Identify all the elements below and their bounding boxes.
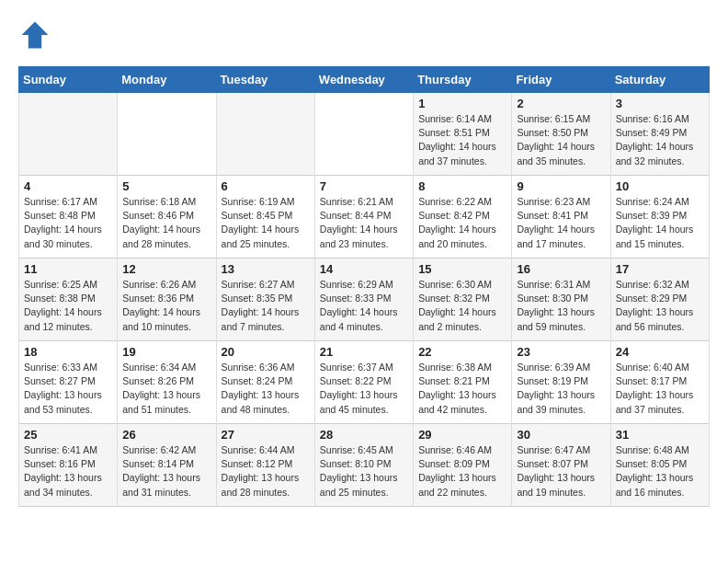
day-number: 27 <box>222 428 310 442</box>
day-number: 29 <box>418 428 506 442</box>
days-header-row: SundayMondayTuesdayWednesdayThursdayFrid… <box>19 67 710 93</box>
calendar-cell: 8Sunrise: 6:22 AM Sunset: 8:42 PM Daylig… <box>414 176 512 259</box>
calendar-cell <box>19 93 118 176</box>
calendar-cell: 25Sunrise: 6:41 AM Sunset: 8:16 PM Dayli… <box>19 424 118 507</box>
day-number: 1 <box>418 97 506 110</box>
week-row-1: 1Sunrise: 6:14 AM Sunset: 8:51 PM Daylig… <box>19 93 710 176</box>
day-number: 19 <box>122 345 210 359</box>
day-number: 4 <box>24 179 112 193</box>
cell-content: Sunrise: 6:27 AM Sunset: 8:35 PM Dayligh… <box>222 278 310 334</box>
cell-content: Sunrise: 6:23 AM Sunset: 8:41 PM Dayligh… <box>517 195 605 251</box>
day-header-tuesday: Tuesday <box>216 67 314 93</box>
cell-content: Sunrise: 6:24 AM Sunset: 8:39 PM Dayligh… <box>616 195 704 251</box>
calendar-cell: 30Sunrise: 6:47 AM Sunset: 8:07 PM Dayli… <box>512 424 610 507</box>
calendar-cell: 10Sunrise: 6:24 AM Sunset: 8:39 PM Dayli… <box>610 176 709 259</box>
cell-content: Sunrise: 6:38 AM Sunset: 8:21 PM Dayligh… <box>418 361 506 417</box>
day-header-monday: Monday <box>118 67 216 93</box>
day-number: 20 <box>222 345 310 359</box>
day-number: 26 <box>122 428 210 442</box>
cell-content: Sunrise: 6:34 AM Sunset: 8:26 PM Dayligh… <box>122 361 210 417</box>
day-number: 16 <box>517 262 605 276</box>
calendar-cell: 2Sunrise: 6:15 AM Sunset: 8:50 PM Daylig… <box>512 93 610 176</box>
day-number: 30 <box>517 428 605 442</box>
calendar-cell: 17Sunrise: 6:32 AM Sunset: 8:29 PM Dayli… <box>610 259 709 341</box>
calendar-cell: 4Sunrise: 6:17 AM Sunset: 8:48 PM Daylig… <box>19 176 118 259</box>
cell-content: Sunrise: 6:21 AM Sunset: 8:44 PM Dayligh… <box>320 195 408 251</box>
calendar-cell: 7Sunrise: 6:21 AM Sunset: 8:44 PM Daylig… <box>314 176 413 259</box>
day-number: 11 <box>24 262 112 276</box>
day-number: 10 <box>616 179 704 193</box>
cell-content: Sunrise: 6:40 AM Sunset: 8:17 PM Dayligh… <box>616 361 704 417</box>
calendar-cell: 18Sunrise: 6:33 AM Sunset: 8:27 PM Dayli… <box>19 341 118 424</box>
page-header <box>18 18 710 52</box>
calendar-cell: 20Sunrise: 6:36 AM Sunset: 8:24 PM Dayli… <box>216 341 314 424</box>
calendar-cell: 15Sunrise: 6:30 AM Sunset: 8:32 PM Dayli… <box>414 259 512 341</box>
cell-content: Sunrise: 6:37 AM Sunset: 8:22 PM Dayligh… <box>320 361 408 417</box>
logo <box>18 18 55 52</box>
day-number: 8 <box>418 179 506 193</box>
cell-content: Sunrise: 6:25 AM Sunset: 8:38 PM Dayligh… <box>24 278 112 334</box>
cell-content: Sunrise: 6:31 AM Sunset: 8:30 PM Dayligh… <box>517 278 605 334</box>
calendar-table: SundayMondayTuesdayWednesdayThursdayFrid… <box>18 66 710 507</box>
day-number: 2 <box>517 97 605 110</box>
calendar-cell: 27Sunrise: 6:44 AM Sunset: 8:12 PM Dayli… <box>216 424 314 507</box>
cell-content: Sunrise: 6:36 AM Sunset: 8:24 PM Dayligh… <box>222 361 310 417</box>
week-row-5: 25Sunrise: 6:41 AM Sunset: 8:16 PM Dayli… <box>19 424 710 507</box>
cell-content: Sunrise: 6:41 AM Sunset: 8:16 PM Dayligh… <box>24 443 112 500</box>
day-number: 17 <box>616 262 704 276</box>
calendar-cell: 14Sunrise: 6:29 AM Sunset: 8:33 PM Dayli… <box>314 259 413 341</box>
calendar-cell: 31Sunrise: 6:48 AM Sunset: 8:05 PM Dayli… <box>610 424 709 507</box>
day-number: 25 <box>24 428 112 442</box>
cell-content: Sunrise: 6:29 AM Sunset: 8:33 PM Dayligh… <box>320 278 408 334</box>
day-header-wednesday: Wednesday <box>314 67 413 93</box>
calendar-cell <box>216 93 314 176</box>
cell-content: Sunrise: 6:15 AM Sunset: 8:50 PM Dayligh… <box>517 112 605 168</box>
day-number: 21 <box>320 345 408 359</box>
day-number: 7 <box>320 179 408 193</box>
calendar-cell: 22Sunrise: 6:38 AM Sunset: 8:21 PM Dayli… <box>414 341 512 424</box>
calendar-cell: 11Sunrise: 6:25 AM Sunset: 8:38 PM Dayli… <box>19 259 118 341</box>
cell-content: Sunrise: 6:42 AM Sunset: 8:14 PM Dayligh… <box>122 443 210 500</box>
cell-content: Sunrise: 6:45 AM Sunset: 8:10 PM Dayligh… <box>320 443 408 500</box>
day-number: 9 <box>517 179 605 193</box>
logo-icon <box>18 18 51 52</box>
cell-content: Sunrise: 6:46 AM Sunset: 8:09 PM Dayligh… <box>418 443 506 500</box>
cell-content: Sunrise: 6:33 AM Sunset: 8:27 PM Dayligh… <box>24 361 112 417</box>
day-header-thursday: Thursday <box>414 67 512 93</box>
cell-content: Sunrise: 6:14 AM Sunset: 8:51 PM Dayligh… <box>418 112 506 168</box>
day-number: 12 <box>122 262 210 276</box>
calendar-cell: 6Sunrise: 6:19 AM Sunset: 8:45 PM Daylig… <box>216 176 314 259</box>
calendar-header: SundayMondayTuesdayWednesdayThursdayFrid… <box>19 67 710 93</box>
cell-content: Sunrise: 6:22 AM Sunset: 8:42 PM Dayligh… <box>418 195 506 251</box>
week-row-2: 4Sunrise: 6:17 AM Sunset: 8:48 PM Daylig… <box>19 176 710 259</box>
day-header-saturday: Saturday <box>610 67 709 93</box>
week-row-3: 11Sunrise: 6:25 AM Sunset: 8:38 PM Dayli… <box>19 259 710 341</box>
day-header-sunday: Sunday <box>19 67 118 93</box>
day-number: 31 <box>616 428 704 442</box>
calendar-cell: 23Sunrise: 6:39 AM Sunset: 8:19 PM Dayli… <box>512 341 610 424</box>
day-number: 6 <box>222 179 310 193</box>
cell-content: Sunrise: 6:44 AM Sunset: 8:12 PM Dayligh… <box>222 443 310 500</box>
day-number: 3 <box>616 97 704 110</box>
svg-marker-0 <box>22 22 49 49</box>
calendar-cell: 3Sunrise: 6:16 AM Sunset: 8:49 PM Daylig… <box>610 93 709 176</box>
day-number: 18 <box>24 345 112 359</box>
calendar-cell: 9Sunrise: 6:23 AM Sunset: 8:41 PM Daylig… <box>512 176 610 259</box>
cell-content: Sunrise: 6:30 AM Sunset: 8:32 PM Dayligh… <box>418 278 506 334</box>
calendar-cell: 5Sunrise: 6:18 AM Sunset: 8:46 PM Daylig… <box>118 176 216 259</box>
cell-content: Sunrise: 6:47 AM Sunset: 8:07 PM Dayligh… <box>517 443 605 500</box>
calendar-cell <box>314 93 413 176</box>
calendar-cell: 29Sunrise: 6:46 AM Sunset: 8:09 PM Dayli… <box>414 424 512 507</box>
day-number: 5 <box>122 179 210 193</box>
day-number: 28 <box>320 428 408 442</box>
cell-content: Sunrise: 6:16 AM Sunset: 8:49 PM Dayligh… <box>616 112 704 168</box>
cell-content: Sunrise: 6:19 AM Sunset: 8:45 PM Dayligh… <box>222 195 310 251</box>
calendar-cell: 13Sunrise: 6:27 AM Sunset: 8:35 PM Dayli… <box>216 259 314 341</box>
cell-content: Sunrise: 6:26 AM Sunset: 8:36 PM Dayligh… <box>122 278 210 334</box>
calendar-cell: 12Sunrise: 6:26 AM Sunset: 8:36 PM Dayli… <box>118 259 216 341</box>
calendar-cell: 1Sunrise: 6:14 AM Sunset: 8:51 PM Daylig… <box>414 93 512 176</box>
calendar-cell: 28Sunrise: 6:45 AM Sunset: 8:10 PM Dayli… <box>314 424 413 507</box>
calendar-cell: 19Sunrise: 6:34 AM Sunset: 8:26 PM Dayli… <box>118 341 216 424</box>
day-number: 24 <box>616 345 704 359</box>
calendar-cell <box>118 93 216 176</box>
